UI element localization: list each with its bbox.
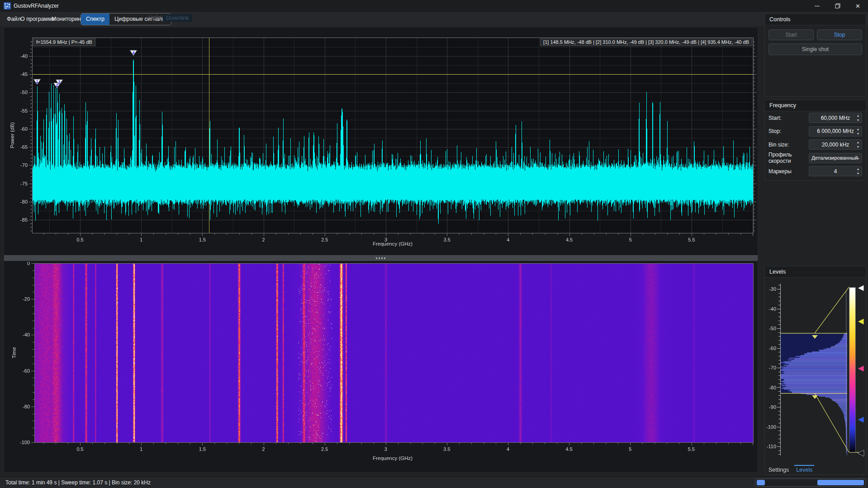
stop-frequency-label: Stop: bbox=[768, 128, 809, 134]
marker-3[interactable]: 3 bbox=[55, 79, 63, 85]
svg-text:3: 3 bbox=[58, 80, 61, 84]
tab-levels[interactable]: Levels bbox=[796, 465, 812, 473]
tab-downlink[interactable]: Downlink bbox=[163, 14, 192, 22]
statusbar: Total time: 1 min 49 s | Sweep time: 1.0… bbox=[0, 476, 868, 488]
stop-frequency-value: 6 000,000 MHz bbox=[817, 128, 854, 134]
spectrum-x-axis-title: Frequency (GHz) bbox=[373, 241, 413, 246]
titlebar[interactable]: GustovRFAnalyzer ✕ bbox=[0, 0, 868, 12]
stop-button[interactable]: Stop bbox=[817, 29, 862, 40]
tab-settings[interactable]: Settings bbox=[768, 465, 789, 473]
start-button[interactable]: Start bbox=[768, 29, 814, 40]
chevron-down-icon: ⌄ bbox=[856, 155, 860, 161]
marker-4[interactable]: 4 bbox=[129, 50, 138, 56]
tab-uplink[interactable]: Uplink bbox=[148, 14, 164, 21]
bin-size-label: Bin size: bbox=[768, 142, 809, 148]
splitter-handle-icon bbox=[376, 257, 386, 259]
spin-up-icon[interactable]: ▲ bbox=[855, 167, 861, 171]
spectrum-plot-canvas[interactable] bbox=[4, 28, 759, 254]
single-shot-button[interactable]: Single shot bbox=[768, 43, 862, 55]
menu-monitoring[interactable]: Мониторинг bbox=[50, 15, 85, 23]
start-frequency-field[interactable]: 60,000 MHz ▲▼ bbox=[809, 113, 862, 123]
speed-profile-value: Детализированный bbox=[811, 155, 858, 161]
markers-count-value: 4 bbox=[834, 168, 837, 175]
minimize-button[interactable] bbox=[807, 0, 827, 12]
window-title: GustovRFAnalyzer bbox=[14, 3, 59, 9]
spin-up-icon[interactable]: ▲ bbox=[855, 127, 861, 132]
restore-button[interactable] bbox=[827, 0, 848, 12]
level-arrow-pink[interactable] bbox=[857, 365, 864, 372]
markers-count-field[interactable]: 4 ▲▼ bbox=[809, 166, 862, 176]
sweep-progress-bar bbox=[755, 479, 866, 487]
stop-frequency-field[interactable]: 6 000,000 MHz ▲▼ bbox=[809, 126, 862, 137]
plot-splitter[interactable] bbox=[4, 255, 758, 261]
waterfall-y-axis-title: Time bbox=[11, 347, 17, 358]
controls-panel-title: Controls bbox=[765, 14, 866, 25]
svg-text:4: 4 bbox=[132, 50, 134, 55]
app-window: GustovRFAnalyzer ✕ Файл О программе Мони… bbox=[0, 0, 868, 488]
spin-down-icon[interactable]: ▼ bbox=[855, 171, 861, 176]
level-arrow-white[interactable] bbox=[857, 284, 864, 292]
frequency-panel-title: Frequency bbox=[765, 100, 866, 111]
frequency-panel: Frequency Start: 60,000 MHz ▲▼ Stop: 6 0… bbox=[764, 99, 866, 181]
tab-spectrum[interactable]: Спектр bbox=[81, 14, 109, 25]
level-arrow-blue[interactable] bbox=[857, 416, 864, 423]
waterfall-x-axis-title: Frequency (GHz) bbox=[373, 455, 413, 461]
status-text: Total time: 1 min 49 s | Sweep time: 1.0… bbox=[5, 479, 151, 486]
progress-chunk bbox=[817, 480, 864, 485]
marker-1[interactable]: 1 bbox=[33, 79, 41, 85]
svg-text:1: 1 bbox=[36, 79, 38, 84]
level-arrow-black[interactable] bbox=[857, 450, 864, 457]
speed-profile-label: Профиль скорости bbox=[768, 152, 809, 164]
progress-chunk bbox=[757, 480, 765, 485]
bin-size-value: 20,000 kHz bbox=[822, 142, 849, 148]
bin-size-field[interactable]: 20,000 kHz ▲▼ bbox=[809, 139, 862, 150]
level-arrow-yellow[interactable] bbox=[857, 318, 864, 325]
levels-panel: Levels Settings Levels bbox=[764, 266, 866, 475]
start-frequency-value: 60,000 MHz bbox=[821, 115, 850, 121]
restore-icon bbox=[835, 3, 840, 9]
plot-area: f=1554.9 MHz | P=-45 dB [1] 148.5 MHz, -… bbox=[4, 27, 758, 473]
markers-count-label: Маркеры bbox=[768, 168, 809, 175]
range-bottom-handle[interactable] bbox=[811, 393, 818, 398]
cursor-readout-badge: f=1554.9 MHz | P=-45 dB bbox=[33, 38, 95, 46]
spectrum-y-axis-title: Power (dB) bbox=[9, 122, 15, 148]
levels-panel-tabs: Settings Levels bbox=[768, 465, 812, 473]
close-icon: ✕ bbox=[855, 3, 860, 9]
range-top-handle[interactable] bbox=[811, 333, 818, 337]
app-icon bbox=[4, 2, 11, 9]
spin-up-icon[interactable]: ▲ bbox=[855, 140, 861, 145]
spin-down-icon[interactable]: ▼ bbox=[855, 145, 861, 149]
waterfall-plot-canvas[interactable] bbox=[4, 262, 759, 471]
spin-down-icon[interactable]: ▼ bbox=[855, 132, 861, 136]
close-button[interactable]: ✕ bbox=[848, 0, 868, 12]
marker-readout-badge: [1] 148.5 MHz, -48 dB | [2] 310.0 MHz, -… bbox=[540, 38, 752, 46]
start-frequency-label: Start: bbox=[768, 115, 809, 121]
controls-panel: Controls Start Stop Single shot bbox=[764, 14, 866, 97]
colormap-gradient-bar[interactable] bbox=[849, 287, 856, 452]
speed-profile-dropdown[interactable]: Детализированный ⌄ bbox=[809, 153, 862, 163]
levels-panel-title: Levels bbox=[765, 266, 866, 278]
minimize-icon bbox=[815, 6, 820, 6]
menubar: Файл О программе Мониторинг Спектр Цифро… bbox=[0, 12, 868, 26]
spin-down-icon[interactable]: ▼ bbox=[855, 118, 861, 123]
spin-up-icon[interactable]: ▲ bbox=[855, 114, 861, 118]
